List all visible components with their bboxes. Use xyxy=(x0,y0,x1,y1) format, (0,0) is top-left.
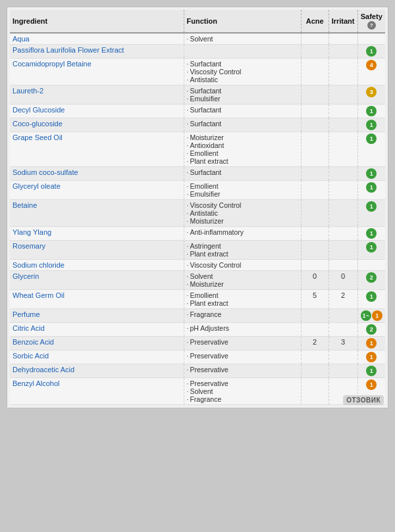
table-header-row: Ingredient Function Acne Irritant Safety… xyxy=(10,10,385,33)
table-row: RosemaryAstringentPlant extract1 xyxy=(10,240,385,259)
cell-function: Surfactant xyxy=(184,166,301,180)
cell-acne xyxy=(301,322,329,336)
cell-acne xyxy=(301,364,329,377)
safety-badge-green: 1 xyxy=(366,120,377,130)
cell-ingredient: Citric Acid xyxy=(10,322,184,336)
table-row: Wheat Germ OilEmollientPlant extract521 xyxy=(10,289,385,308)
function-item: Viscosity Control xyxy=(187,201,298,209)
cell-irritant xyxy=(329,240,357,259)
safety-badge-green: 1 xyxy=(366,201,377,212)
cell-ingredient: Decyl Glucoside xyxy=(10,104,184,118)
cell-function: SolventMoisturizer xyxy=(184,270,301,289)
function-item: Emollient xyxy=(187,291,298,299)
cell-safety: 1 xyxy=(357,132,385,166)
watermark: ОТЗОВИК xyxy=(343,395,384,405)
safety-badge-orange: 1 xyxy=(366,379,377,390)
table-row: Passiflora Laurifolia Flower Extract1 xyxy=(10,44,385,58)
table-row: Sodium chlorideViscosity Control xyxy=(10,259,385,270)
safety-badge-green: 1 xyxy=(366,133,377,144)
table-row: BetaineViscosity ControlAntistaticMoistu… xyxy=(10,199,385,226)
function-item: Surfactant xyxy=(187,168,298,176)
cell-function: Anti-inflammatory xyxy=(184,226,301,240)
cell-safety: 2 xyxy=(357,270,385,289)
cell-function: Preservative xyxy=(184,364,301,377)
cell-function: Viscosity Control xyxy=(184,259,301,270)
cell-acne xyxy=(301,180,329,199)
function-item: Moisturizer xyxy=(187,280,298,288)
cell-acne xyxy=(301,350,329,364)
cell-irritant: 2 xyxy=(329,289,357,308)
safety-badge-green: 1 xyxy=(366,291,377,302)
cell-ingredient: Wheat Germ Oil xyxy=(10,289,184,308)
col-safety: Safety ? xyxy=(357,10,385,33)
function-item: Fragrance xyxy=(187,395,298,403)
table-row: Grape Seed OilMoisturizerAntioxidantEmol… xyxy=(10,132,385,166)
cell-ingredient: Sodium chloride xyxy=(10,259,184,270)
cell-ingredient: Grape Seed Oil xyxy=(10,132,184,166)
cell-acne xyxy=(301,199,329,226)
cell-irritant xyxy=(329,308,357,322)
cell-safety: 1 xyxy=(357,166,385,180)
function-item: Antistatic xyxy=(187,209,298,217)
function-item: Viscosity Control xyxy=(187,68,298,76)
cell-function: SurfactantEmulsifier xyxy=(184,85,301,104)
cell-acne xyxy=(301,132,329,166)
cell-irritant xyxy=(329,118,357,132)
safety-badge-yellow: 3 xyxy=(366,87,377,97)
ingredient-table: Ingredient Function Acne Irritant Safety… xyxy=(10,10,385,405)
cell-function: pH Adjusters xyxy=(184,322,301,336)
table-row: Dehydroacetic AcidPreservative1 xyxy=(10,364,385,377)
table-row: Decyl GlucosideSurfactant1 xyxy=(10,104,385,118)
cell-ingredient: Benzyl Alcohol xyxy=(10,377,184,404)
cell-irritant xyxy=(329,259,357,270)
safety-badge-green: 1 xyxy=(366,242,377,253)
table-row: Coco-glucosideSurfactant1 xyxy=(10,118,385,132)
function-item: Surfactant xyxy=(187,106,298,114)
cell-irritant xyxy=(329,58,357,85)
safety-badge-orange: 1 xyxy=(366,352,377,362)
cell-ingredient: Laureth-2 xyxy=(10,85,184,104)
cell-irritant xyxy=(329,199,357,226)
cell-safety: 3 xyxy=(357,85,385,104)
cell-ingredient: Coco-glucoside xyxy=(10,118,184,132)
cell-acne: 2 xyxy=(301,336,329,350)
cell-safety: 1 xyxy=(357,180,385,199)
cell-irritant xyxy=(329,85,357,104)
cell-irritant xyxy=(329,166,357,180)
function-item: Plant extract xyxy=(187,299,298,307)
cell-safety xyxy=(357,259,385,270)
function-item: Surfactant xyxy=(187,60,298,68)
function-item: Fragrance xyxy=(187,310,298,318)
cell-irritant xyxy=(329,33,357,45)
cell-ingredient: Glyceryl oleate xyxy=(10,180,184,199)
table-row: Glyceryl oleateEmollientEmulsifier1 xyxy=(10,180,385,199)
cell-function: Surfactant xyxy=(184,118,301,132)
col-ingredient: Ingredient xyxy=(10,10,184,33)
safety-badge-orange: 1 xyxy=(366,338,377,349)
cell-irritant: 3 xyxy=(329,336,357,350)
cell-function: SurfactantViscosity ControlAntistatic xyxy=(184,58,301,85)
cell-acne: 5 xyxy=(301,289,329,308)
cell-ingredient: Perfume xyxy=(10,308,184,322)
table-row: Benzyl AlcoholPreservativeSolventFragran… xyxy=(10,377,385,404)
function-item: Surfactant xyxy=(187,120,298,128)
cell-function: AstringentPlant extract xyxy=(184,240,301,259)
function-item: Plant extract xyxy=(187,157,298,165)
safety-badge-green: 2 xyxy=(366,324,377,335)
table-row: Ylang YlangAnti-inflammatory1 xyxy=(10,226,385,240)
cell-irritant xyxy=(329,350,357,364)
safety-help-icon[interactable]: ? xyxy=(367,21,376,30)
cell-ingredient: Sorbic Acid xyxy=(10,350,184,364)
cell-safety: 1~1 xyxy=(357,308,385,322)
cell-acne xyxy=(301,104,329,118)
cell-acne xyxy=(301,166,329,180)
safety-badge-green: 1 xyxy=(366,46,377,57)
cell-acne xyxy=(301,118,329,132)
cell-function: EmollientEmulsifier xyxy=(184,180,301,199)
cell-function: PreservativeSolventFragrance xyxy=(184,377,301,404)
cell-function: Viscosity ControlAntistaticMoisturizer xyxy=(184,199,301,226)
safety-badge-green-part: 1~ xyxy=(361,310,371,321)
cell-irritant xyxy=(329,364,357,377)
cell-ingredient: Glycerin xyxy=(10,270,184,289)
cell-ingredient: Betaine xyxy=(10,199,184,226)
